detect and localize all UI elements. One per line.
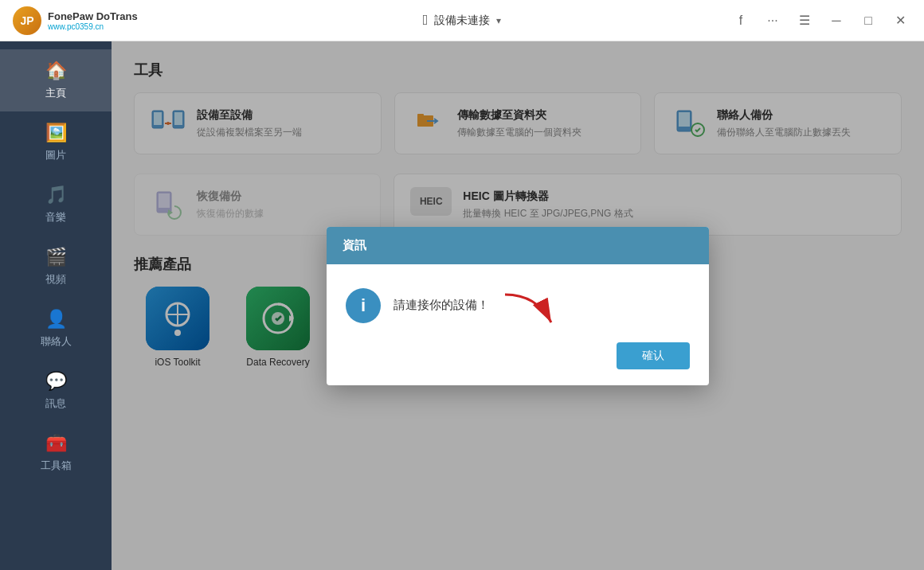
app-body: 🏠 主頁 🖼️ 圖片 🎵 音樂 🎬 視頻 👤 聯絡人 💬 訊息 🧰 工具箱 — [0, 41, 924, 570]
sidebar-item-home[interactable]: 🏠 主頁 — [0, 49, 112, 111]
title-bar: JP FonePaw DoTrans www.pc0359.cn  設備未連接… — [0, 0, 924, 41]
device-status-area[interactable]:  設備未連接 ▾ — [423, 12, 502, 29]
toolbox-icon: 🧰 — [45, 433, 67, 454]
close-button[interactable]: ✕ — [889, 10, 911, 32]
app-logo: JP FonePaw DoTrans www.pc0359.cn — [13, 6, 138, 35]
music-icon: 🎵 — [45, 185, 67, 205]
messages-icon: 💬 — [45, 371, 67, 392]
sidebar: 🏠 主頁 🖼️ 圖片 🎵 音樂 🎬 視頻 👤 聯絡人 💬 訊息 🧰 工具箱 — [0, 41, 112, 570]
facebook-button[interactable]: f — [730, 10, 752, 32]
sidebar-label-toolbox: 工具箱 — [41, 459, 72, 473]
app-name: FonePaw DoTrans — [48, 10, 138, 22]
minimize-button[interactable]: ─ — [825, 10, 848, 32]
device-status-text: 設備未連接 — [434, 14, 490, 28]
apple-icon:  — [423, 12, 429, 29]
chevron-down-icon[interactable]: ▾ — [496, 15, 501, 26]
main-content: 工具 設備至設備 從設備複製檔案至另一端 — [112, 41, 924, 570]
dialog-box: 資訊 i 請連接你的設備！ — [327, 227, 709, 385]
dialog-message: 請連接你的設備！ — [393, 298, 489, 313]
sidebar-label-music: 音樂 — [45, 210, 66, 224]
logo-text: FonePaw DoTrans www.pc0359.cn — [48, 10, 138, 31]
sidebar-item-toolbox[interactable]: 🧰 工具箱 — [0, 422, 112, 484]
video-icon: 🎬 — [45, 247, 67, 267]
sidebar-item-contacts[interactable]: 👤 聯絡人 — [0, 298, 112, 360]
logo-icon: JP — [13, 6, 41, 35]
dialog-footer: 確认 — [327, 342, 709, 385]
dialog-body: i 請連接你的設備！ — [327, 264, 709, 342]
photos-icon: 🖼️ — [45, 123, 67, 143]
sidebar-label-contacts: 聯絡人 — [41, 334, 72, 349]
sidebar-item-video[interactable]: 🎬 視頻 — [0, 236, 112, 298]
sidebar-item-photos[interactable]: 🖼️ 圖片 — [0, 111, 112, 174]
dialog-confirm-button[interactable]: 確认 — [617, 342, 690, 369]
dialog-overlay: 資訊 i 請連接你的設備！ — [112, 41, 924, 570]
sidebar-label-messages: 訊息 — [45, 396, 66, 411]
sidebar-label-photos: 圖片 — [45, 148, 66, 162]
app-subtitle: www.pc0359.cn — [48, 22, 138, 31]
info-icon: i — [346, 288, 381, 323]
sidebar-label-video: 視頻 — [45, 272, 66, 287]
dialog-header: 資訊 — [327, 227, 709, 264]
more-button[interactable]: ··· — [762, 10, 784, 32]
maximize-button[interactable]: □ — [857, 10, 879, 32]
sidebar-item-messages[interactable]: 💬 訊息 — [0, 360, 112, 422]
sidebar-item-music[interactable]: 🎵 音樂 — [0, 174, 112, 236]
home-icon: 🏠 — [45, 61, 67, 81]
menu-button[interactable]: ☰ — [793, 10, 816, 32]
window-actions: f ··· ☰ ─ □ ✕ — [730, 10, 911, 32]
contacts-icon: 👤 — [45, 309, 67, 330]
sidebar-label-home: 主頁 — [45, 86, 66, 100]
